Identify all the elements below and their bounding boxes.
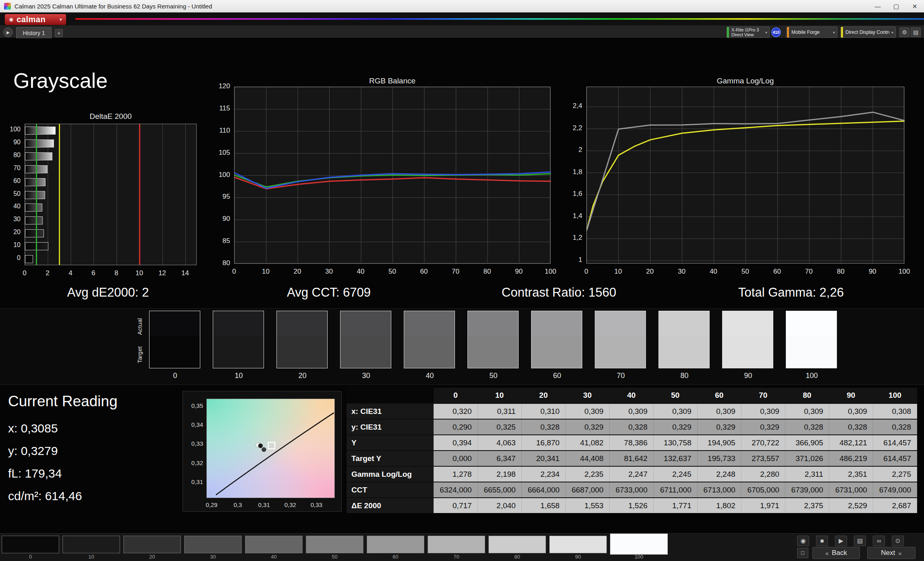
pattern-level-button-70[interactable]: [428, 536, 485, 553]
table-column-header: 50: [653, 388, 697, 403]
grayscale-swatch: [213, 311, 264, 368]
table-cell: 6664,000: [521, 482, 565, 498]
table-column-header: 70: [741, 388, 785, 403]
table-cell: 0,320: [434, 403, 478, 419]
maximize-button[interactable]: ▢: [887, 0, 905, 12]
table-cell: 0,309: [741, 403, 785, 419]
current-reading-y: y: 0,3279: [8, 444, 58, 458]
cie-y-tick: 0,31: [183, 478, 203, 485]
pattern-source-dropdown[interactable]: Mobile Forge ▾: [787, 27, 837, 38]
table-column-header: 90: [829, 388, 873, 403]
swatch-actual: [723, 311, 773, 336]
rgb-balance-y-tick: 85: [209, 237, 230, 245]
table-cell: 0,309: [565, 403, 609, 419]
pattern-level-button-60[interactable]: [367, 536, 424, 553]
play-icon[interactable]: ▶: [835, 536, 847, 546]
pattern-level-button-0[interactable]: [2, 536, 59, 553]
swatch-target: [150, 336, 200, 368]
logo-row: ✳ calman ▾: [0, 12, 924, 25]
table-column-header: 0: [434, 388, 478, 403]
table-cell: 6749,000: [873, 482, 917, 498]
next-button[interactable]: Next »: [867, 547, 916, 559]
swatch-actual: [404, 311, 455, 336]
stat-contrast-ratio: Contrast Ratio: 1560: [502, 285, 616, 300]
minimize-button[interactable]: —: [868, 0, 887, 12]
pattern-level-number: 30: [184, 554, 242, 560]
pattern-source-label: Mobile Forge: [789, 27, 831, 37]
settings-gear-icon[interactable]: ⚙: [899, 27, 909, 37]
save-icon[interactable]: ▤: [854, 536, 866, 546]
pattern-level-button-50[interactable]: [306, 536, 363, 553]
deltae-y-label: 40: [0, 203, 21, 210]
swatch-actual: [341, 311, 391, 336]
back-icon: «: [825, 550, 828, 557]
table-cell: 78,386: [609, 435, 653, 451]
grayscale-swatch: [149, 311, 200, 368]
table-row-label: Gamma Log/Log: [347, 466, 434, 482]
pattern-level-button-100[interactable]: [610, 534, 668, 555]
stat-avg-de2000: Avg dE2000: 2: [67, 285, 149, 300]
table-cell: 0,309: [653, 403, 697, 419]
table-cell: 0,328: [829, 419, 873, 435]
gamma-y-tick: 1,6: [561, 190, 582, 198]
pattern-level-button-30[interactable]: [184, 536, 242, 553]
swatch-actual: [213, 311, 264, 336]
pattern-level-button-80[interactable]: [488, 536, 546, 553]
swatch-level-label: 50: [467, 372, 519, 380]
rgb-balance-x-tick: 70: [446, 268, 465, 276]
swatch-level-label: 40: [404, 372, 456, 380]
table-cell: 0,310: [521, 403, 565, 419]
pattern-window-button[interactable]: □: [797, 548, 808, 558]
grayscale-swatch: [595, 311, 646, 368]
tab-history-1[interactable]: History 1: [16, 27, 52, 38]
pattern-level-button-90[interactable]: [549, 536, 607, 553]
display-control-dropdown[interactable]: Direct Display Control ▾: [841, 27, 896, 38]
table-cell: 1,971: [741, 498, 785, 513]
history-nav-icon[interactable]: ▶: [3, 27, 13, 37]
table-cell: 1,771: [653, 498, 697, 513]
calman-menu-button[interactable]: ✳ calman ▾: [5, 14, 66, 25]
deltae-bar: [25, 152, 52, 160]
table-column-header: 30: [565, 388, 609, 403]
pattern-level-number: 40: [245, 554, 303, 560]
deltae-y-label: 0: [0, 254, 21, 262]
meter-selector-dropdown[interactable]: X-Rite i1Pro 3 Direct View ▾: [727, 27, 770, 38]
swatch-actual: [468, 311, 518, 336]
table-cell: 2,375: [785, 498, 829, 513]
stop-icon[interactable]: ■: [816, 536, 828, 546]
meter-icon[interactable]: ◉: [797, 536, 809, 546]
loop-icon[interactable]: ∞: [873, 536, 885, 546]
swatch-level-label: 30: [340, 372, 392, 380]
power-icon[interactable]: ⊙: [892, 536, 904, 546]
table-row-label: ΔE 2000: [347, 498, 434, 513]
close-button[interactable]: ✕: [905, 0, 924, 12]
table-cell: 371,026: [785, 451, 829, 466]
deltae-x-tick: 6: [84, 269, 103, 277]
table-cell: 1,553: [565, 498, 609, 513]
calman-flower-icon: ✳: [9, 17, 14, 23]
table-cell: 6739,000: [785, 482, 829, 498]
page-title: Grayscale: [13, 69, 108, 93]
pattern-level-button-10[interactable]: [62, 536, 120, 553]
cie-x-tick: 0,32: [280, 501, 300, 508]
add-tab-button[interactable]: +: [55, 29, 63, 37]
cie-x-tick: 0,29: [202, 501, 221, 508]
pattern-level-button-40[interactable]: [245, 536, 303, 553]
deltae-bar: [25, 127, 56, 135]
back-button[interactable]: « Back: [812, 547, 860, 559]
calman-logo-text: calman: [17, 15, 46, 24]
grayscale-swatch: [658, 311, 710, 368]
gamma-y-tick: 1: [561, 256, 582, 264]
cie-x-tick: 0,31: [254, 501, 274, 508]
gamma-x-tick: 100: [895, 268, 914, 276]
table-row: Target Y0,0006,34720,34144,40881,642132,…: [347, 451, 917, 466]
swatch-target: [277, 336, 327, 368]
pattern-level-button-20[interactable]: [123, 536, 181, 553]
deltae-y-label: 30: [0, 216, 21, 223]
table-header-row: 0102030405060708090100: [347, 388, 917, 403]
pattern-level-number: 70: [428, 554, 485, 560]
table-cell: 130,758: [653, 435, 697, 451]
swatch-actual: [532, 311, 582, 336]
table-cell: 614,457: [873, 435, 917, 451]
layout-panel-icon[interactable]: ▤: [911, 27, 921, 37]
